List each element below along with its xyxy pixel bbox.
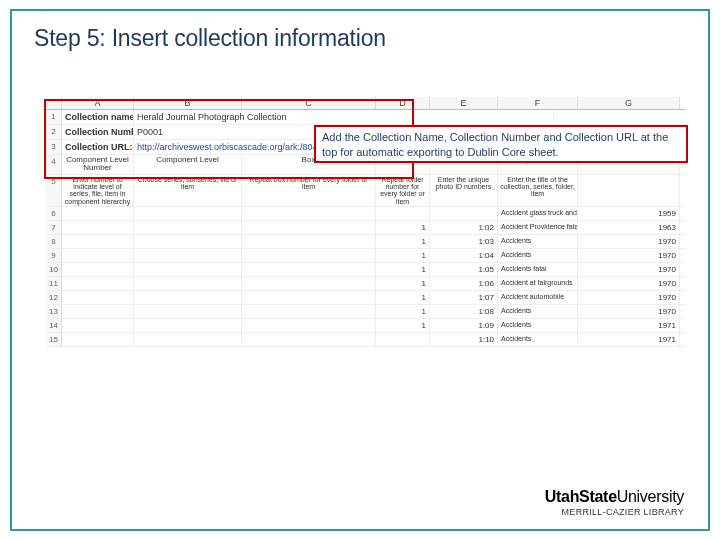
col-E: E bbox=[430, 97, 498, 109]
table-subheader-row: 5 Enter number to indicate level of seri… bbox=[46, 175, 686, 207]
table-row: 1311:08Accidents1970 bbox=[46, 305, 686, 319]
slide-frame: Step 5: Insert collection information A … bbox=[10, 9, 710, 531]
col-G: G bbox=[578, 97, 680, 109]
col-F: F bbox=[498, 97, 578, 109]
logo-line2: MERRILL-CAZIER LIBRARY bbox=[545, 507, 684, 517]
table-row: 1411:09Accidents1971 bbox=[46, 319, 686, 333]
table-row: 811:03Accidents1970 bbox=[46, 235, 686, 249]
table-row: 1211:07Accident automobile1970 bbox=[46, 291, 686, 305]
table-row: 151:10Accidents1971 bbox=[46, 333, 686, 347]
logo-line1: UtahStateUniversity bbox=[545, 488, 684, 506]
table-row: 6Accident glass truck and Fort Inn trunk… bbox=[46, 207, 686, 221]
table-row: 1111:06Accident at fairgrounds1970 bbox=[46, 277, 686, 291]
callout-box: Add the Collection Name, Collection Numb… bbox=[314, 125, 688, 163]
table-row: 711:02Accident Providence fatality1963 bbox=[46, 221, 686, 235]
footer-logo: UtahStateUniversity MERRILL-CAZIER LIBRA… bbox=[545, 488, 684, 517]
table-row: 911:04Accidents1970 bbox=[46, 249, 686, 263]
table-row: 1011:05Accidents fatal1970 bbox=[46, 263, 686, 277]
callout-text: Add the Collection Name, Collection Numb… bbox=[322, 131, 668, 158]
page-title: Step 5: Insert collection information bbox=[34, 25, 386, 52]
